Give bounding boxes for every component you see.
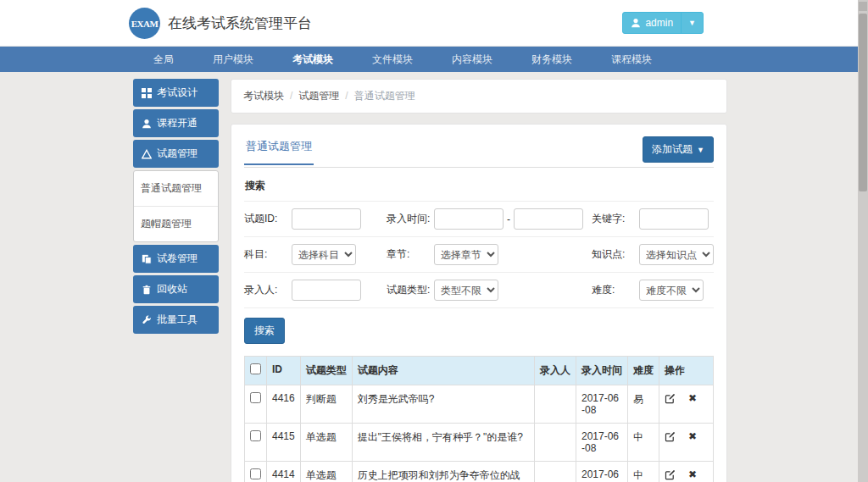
cell-type: 单选题 (300, 424, 352, 462)
scroll-up-button[interactable] (859, 2, 867, 11)
table-row: 4415 单选题 提出"王侯将相，宁有种乎？"的是谁? 2017-06-08 中… (245, 424, 714, 462)
delete-icon[interactable]: ✖ (688, 430, 697, 442)
cell-id: 4415 (267, 424, 301, 462)
cell-id: 4416 (267, 385, 301, 424)
col-header-entered-by: 录入人 (535, 357, 576, 385)
copy-icon (141, 254, 152, 264)
delete-icon[interactable]: ✖ (688, 392, 697, 404)
sidebar-item-label: 批量工具 (157, 313, 198, 327)
edit-icon[interactable] (665, 393, 676, 404)
nav-item-global[interactable]: 全局 (134, 47, 193, 72)
search-form-row-2: 科目: 选择科目 章节: 选择章节 知识点: 选择知识点 (244, 236, 714, 272)
nav-item-user-module[interactable]: 用户模块 (193, 47, 273, 72)
chapter-select[interactable]: 选择章节 (434, 244, 498, 265)
question-id-input[interactable] (292, 208, 361, 230)
breadcrumb-question-manage[interactable]: 试题管理 (298, 90, 339, 102)
cell-id: 4414 (267, 462, 301, 482)
breadcrumb: 考试模块/试题管理/普通试题管理 (231, 79, 727, 114)
admin-username: admin (645, 17, 673, 29)
sidebar-item-paper-manage[interactable]: 试卷管理 (133, 245, 219, 273)
vertical-scrollbar[interactable] (858, 0, 868, 482)
search-button[interactable]: 搜索 (244, 318, 285, 344)
col-header-difficulty: 难度 (628, 357, 659, 385)
page-title: 普通试题管理 (244, 136, 314, 165)
row-checkbox[interactable] (250, 392, 261, 403)
sidebar-item-exam-design[interactable]: 考试设计 (133, 79, 219, 107)
row-checkbox[interactable] (250, 430, 261, 441)
breadcrumb-exam-module[interactable]: 考试模块 (243, 90, 284, 102)
difficulty-select[interactable]: 难度不限 (639, 280, 704, 301)
brand: EXAM 在线考试系统管理平台 (129, 8, 312, 39)
cell-entered-by (535, 424, 576, 462)
nav-item-finance-module[interactable]: 财务模块 (512, 47, 592, 72)
submenu-item-cap-question[interactable]: 题帽题管理 (134, 206, 218, 241)
breadcrumb-separator: / (345, 90, 348, 102)
submenu-item-normal-question[interactable]: 普通试题管理 (134, 171, 218, 206)
cell-difficulty: 中 (628, 424, 659, 462)
add-question-button[interactable]: 添加试题 ▼ (643, 136, 714, 163)
user-icon (141, 119, 152, 129)
question-type-label: 试题类型: (387, 283, 434, 297)
sidebar: 考试设计 课程开通 试题管理 普通试题管理 题帽题管理 试卷管理 (133, 79, 219, 336)
edit-icon[interactable] (665, 469, 676, 480)
knowledge-point-label: 知识点: (592, 247, 639, 262)
delete-icon[interactable]: ✖ (688, 468, 697, 480)
chapter-label: 章节: (387, 247, 434, 262)
subject-select[interactable]: 选择科目 (292, 244, 356, 265)
sidebar-item-label: 试卷管理 (157, 252, 198, 266)
question-type-select[interactable]: 类型不限 (434, 280, 498, 301)
question-table: ID 试题类型 试题内容 录入人 录入时间 难度 操作 4416 判断题 刘秀 (244, 356, 714, 482)
exam-logo-icon: EXAM (129, 8, 160, 39)
sidebar-item-recycle-bin[interactable]: 回收站 (133, 275, 219, 303)
cell-entered-by (535, 462, 576, 482)
keyword-input[interactable] (639, 208, 709, 230)
search-form-row-1: 试题ID: 录入时间: - 关键字: (244, 201, 714, 236)
cell-content: 刘秀是光武帝吗? (352, 385, 534, 424)
table-row: 4416 判断题 刘秀是光武帝吗? 2017-06-08 易 ✖ (245, 385, 714, 424)
difficulty-label: 难度: (592, 283, 639, 297)
subject-label: 科目: (244, 247, 292, 262)
sidebar-item-label: 回收站 (157, 282, 187, 296)
question-id-label: 试题ID: (244, 212, 292, 226)
knowledge-point-select[interactable]: 选择知识点 (639, 244, 714, 265)
keyword-label: 关键字: (592, 212, 639, 226)
search-form-row-3: 录入人: 试题类型: 类型不限 难度: 难度不限 (244, 272, 714, 307)
entry-time-from-input[interactable] (434, 208, 504, 230)
admin-user-button[interactable]: admin ▼ (622, 12, 704, 34)
col-header-type: 试题类型 (300, 357, 352, 385)
entered-by-label: 录入人: (244, 283, 292, 297)
user-dropdown-caret[interactable]: ▼ (681, 13, 703, 33)
sidebar-item-course-open[interactable]: 课程开通 (133, 109, 219, 137)
app-title: 在线考试系统管理平台 (168, 14, 312, 33)
table-header-row: ID 试题类型 试题内容 录入人 录入时间 难度 操作 (245, 357, 714, 385)
question-manage-submenu: 普通试题管理 题帽题管理 (133, 170, 219, 242)
entered-by-input[interactable] (292, 280, 361, 301)
main-content: 考试模块/试题管理/普通试题管理 普通试题管理 添加试题 ▼ 搜索 试题ID: … (231, 79, 727, 482)
breadcrumb-current: 普通试题管理 (354, 90, 415, 102)
question-list-panel: 普通试题管理 添加试题 ▼ 搜索 试题ID: 录入时间: - (231, 124, 727, 482)
edit-icon[interactable] (665, 431, 676, 442)
grid-icon (141, 88, 152, 98)
entry-time-to-input[interactable] (514, 208, 583, 230)
sidebar-item-batch-tools[interactable]: 批量工具 (133, 306, 219, 334)
cell-type: 单选题 (300, 462, 352, 482)
cell-type: 判断题 (300, 385, 352, 424)
sidebar-item-question-manage[interactable]: 试题管理 (133, 140, 219, 168)
col-header-entry-time: 录入时间 (576, 357, 628, 385)
sidebar-item-label: 考试设计 (157, 86, 198, 100)
scrollbar-thumb[interactable] (859, 14, 867, 191)
sidebar-item-label: 试题管理 (157, 147, 198, 161)
select-all-checkbox[interactable] (250, 363, 261, 374)
add-question-label: 添加试题 (652, 142, 693, 157)
cell-content: 提出"王侯将相，宁有种乎？"的是谁? (352, 424, 534, 462)
cell-entry-time: 2017-06-08 (576, 462, 628, 482)
col-header-content: 试题内容 (352, 357, 534, 385)
table-row: 4414 单选题 历史上把项羽和刘邦为争夺帝位的战争称为 2017-06-08 … (245, 462, 714, 482)
cell-entry-time: 2017-06-08 (576, 385, 628, 424)
nav-item-content-module[interactable]: 内容模块 (432, 47, 512, 72)
nav-item-exam-module[interactable]: 考试模块 (273, 47, 353, 72)
nav-item-file-module[interactable]: 文件模块 (353, 47, 432, 72)
nav-item-course-module[interactable]: 课程模块 (592, 47, 671, 72)
row-checkbox[interactable] (250, 468, 261, 479)
cell-content: 历史上把项羽和刘邦为争夺帝位的战争称为 (352, 462, 534, 482)
